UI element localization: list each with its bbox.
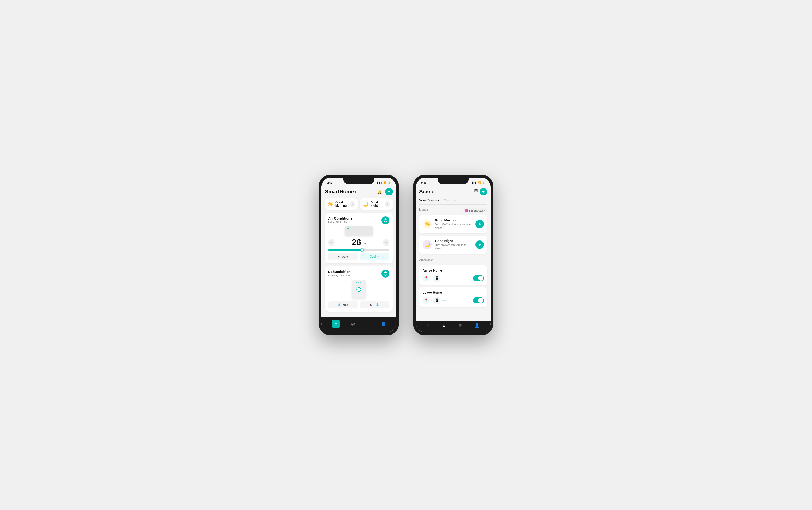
automation-label: Automation [419,258,487,262]
night-desc: Turn on AC when you go to sleep [435,243,472,251]
scene-add-btn[interactable]: + [480,188,487,196]
temp-slider-fill [328,249,362,251]
tab-featured[interactable]: Featured [444,198,458,204]
tab-explore[interactable]: ◎ [351,321,355,327]
night-title: Good Night [435,239,472,243]
leave-arrow-1: › [431,299,432,302]
app-title-text: SmartHome [325,189,354,195]
morning-play-scene-btn[interactable] [475,220,484,228]
scene-card-night-left: 🌙 Good Night [363,201,384,207]
snowflake-icon: ❄ [377,255,379,258]
tab2-profile[interactable]: 👤 [474,323,480,328]
temp-decrease-btn[interactable]: − [328,239,335,246]
dehum-device-status: Humidity 72% | On [328,274,350,277]
scene-header-icons: ⊞ + [474,188,487,196]
humidity-drop-icon: 💧 [338,303,341,307]
arrive-home-flow: 📍 › 📱 [423,275,484,282]
temp-display: 26 °C [352,237,366,248]
mode-row: ⚙ Auto Cool ❄ [328,253,389,260]
leave-trigger-icon: 📍 [423,297,430,304]
morning-play-btn[interactable]: ▶ [350,201,355,207]
scene-tabs: Your Scenes Featured [419,198,487,205]
humidity-set-btn[interactable]: Set 💧 [360,301,389,308]
mode-auto-btn[interactable]: ⚙ Auto [328,253,358,260]
automation-section: Automation [419,256,487,265]
scene-item-morning[interactable]: ☀️ Good Morning Turn off AC and turn on … [419,215,487,233]
tab-your-scenes[interactable]: Your Scenes [419,198,439,204]
ac-device-info: Air Conditioner Indoor 30°C | On [328,216,354,224]
scene-qr-btn[interactable]: ⊞ [474,188,478,196]
wifi-icon: 📶 [383,181,387,185]
siri-shortcut-btn[interactable]: Siri Shortcut > [463,208,487,213]
app-header: SmartHome ▾ 🔔 + [325,186,393,198]
mode-cool-btn[interactable]: Cool ❄ [360,253,389,260]
status-icons-2: ▌▌▌ 📶 🔋 [472,181,485,185]
auto-label: Auto [342,255,348,258]
night-play-triangle [479,243,481,246]
dehum-unit [352,280,366,299]
dropdown-icon[interactable]: ▾ [355,190,356,194]
tab-compass[interactable]: ⊕ [366,321,370,327]
temp-slider[interactable] [328,249,389,251]
morning-emoji: ☀️ [328,201,334,207]
night-play-scene-btn[interactable] [475,240,484,249]
status-icons-1: ▌▌▌ 📶 🔋 [377,181,391,185]
arrive-dash [442,278,447,278]
arrive-toggle[interactable] [473,275,484,281]
phone-2: 9:41 ▌▌▌ 📶 🔋 Scene ⊞ + Your Scenes Featu… [413,175,493,335]
temp-control: − 26 °C + [328,237,389,248]
tab2-home[interactable]: ⌂ [427,323,429,328]
morning-desc: Turn off AC and turn on vacuum cleaner. [435,223,472,230]
bell-button[interactable]: 🔔 [376,188,383,196]
leave-dash [442,300,447,301]
scene-page-title: Scene [419,189,435,195]
signal-icon: ▌▌▌ [377,181,382,184]
leave-home-title: Leave Home [423,291,484,294]
night-icon-wrap: 🌙 [423,240,432,249]
drop-1 [356,282,357,283]
scene-card-morning[interactable]: ☀️ Good Morning ▶ [325,198,357,210]
humidity-pct-btn[interactable]: 💧 60% [328,301,358,308]
tab-bar-1: ⌂ ◎ ⊕ 👤 [321,317,396,333]
night-emoji-2: 🌙 [425,242,430,248]
scene-card-night[interactable]: 🌙 Good Night ▶ [360,198,393,210]
night-play-btn[interactable]: ▶ [384,201,390,207]
tab-home[interactable]: ⌂ [331,320,340,328]
leave-toggle-thumb [478,298,484,303]
night-emoji: 🌙 [363,201,369,207]
humidity-set-icon: 💧 [376,303,379,307]
ac-power-btn[interactable] [381,216,389,224]
dehum-circle [356,287,361,292]
arrive-home-title: Arrive Home [423,268,484,272]
dehum-drops [356,282,361,283]
tab-profile[interactable]: 👤 [381,321,386,327]
dehum-power-btn[interactable] [381,270,389,278]
scene-item-night[interactable]: 🌙 Good Night Turn on AC when you go to s… [419,236,487,254]
temp-unit: °C [362,241,366,245]
tab2-scene[interactable]: ▲ [442,323,446,328]
dehum-power-icon [384,272,387,276]
drop-3 [360,282,361,283]
notch-2 [438,177,469,184]
notch [343,177,374,184]
ac-device-status: Indoor 30°C | On [328,221,354,224]
morning-play-triangle [479,223,481,225]
dehum-device-info: Dehumidifier Humidity 72% | On [328,270,350,277]
humidity-pct-label: 60% [343,303,348,307]
arrive-toggle-thumb [478,276,484,281]
ac-image [328,226,389,236]
temp-increase-btn[interactable]: + [383,239,389,246]
tab2-compass[interactable]: ⊕ [458,323,462,328]
scene-page-header: Scene ⊞ + [419,186,487,198]
header-icons: 🔔 + [376,188,393,196]
arrive-trigger-icon: 📍 [423,275,430,282]
leave-toggle[interactable] [473,297,484,303]
automation-leave-home: Leave Home 📍 › 📱 [419,287,487,307]
leave-device-icon: 📱 [433,297,440,304]
leave-home-flow: 📍 › 📱 [423,297,484,304]
night-info: Good Night Turn on AC when you go to sle… [435,239,472,251]
set-label: Set [370,303,374,307]
phone-1: 9:41 ▌▌▌ 📶 🔋 SmartHome ▾ 🔔 + [319,175,399,335]
add-button[interactable]: + [385,188,393,196]
morning-title: Good Morning [435,219,472,222]
